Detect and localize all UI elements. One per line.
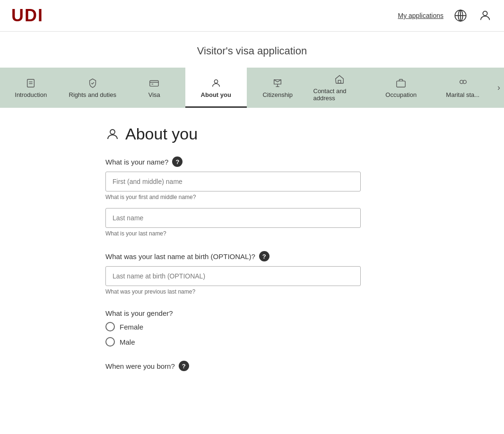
help-icon-born[interactable]: ? bbox=[179, 361, 189, 371]
page-title-bar: Visitor's visa application bbox=[0, 32, 504, 68]
birth-last-name-hint: What was your previous last name? bbox=[105, 288, 399, 295]
header-actions: My applications bbox=[398, 8, 493, 23]
last-name-input[interactable] bbox=[105, 208, 361, 228]
question-birth-name: What was your last name at birth (OPTION… bbox=[105, 251, 399, 295]
radio-circle-female bbox=[105, 322, 115, 331]
radio-male[interactable]: Male bbox=[105, 337, 399, 347]
tab-visa[interactable]: Visa bbox=[123, 68, 185, 108]
question-name: What is your name? ? What is your first … bbox=[105, 156, 399, 237]
tab-citizenship[interactable]: Citizenship bbox=[247, 68, 309, 108]
person-section-icon bbox=[105, 127, 120, 141]
tab-occupation[interactable]: Occupation bbox=[370, 68, 432, 108]
tab-marital-status[interactable]: Marital sta... bbox=[432, 68, 494, 108]
svg-point-11 bbox=[214, 79, 217, 83]
radio-female[interactable]: Female bbox=[105, 322, 399, 331]
tab-about-you[interactable]: About you bbox=[185, 68, 247, 108]
svg-rect-8 bbox=[150, 80, 158, 86]
header: UDI My applications bbox=[0, 0, 504, 32]
nav-chevron[interactable]: › bbox=[494, 68, 504, 108]
first-name-group: What is your first and middle name? bbox=[105, 172, 399, 200]
svg-rect-14 bbox=[338, 80, 341, 83]
svg-rect-15 bbox=[397, 81, 405, 87]
tab-rights-duties[interactable]: Rights and duties bbox=[62, 68, 124, 108]
page-title: Visitor's visa application bbox=[0, 45, 504, 57]
svg-point-18 bbox=[110, 130, 115, 134]
section-heading: About you bbox=[105, 125, 399, 143]
last-name-hint: What is your last name? bbox=[105, 230, 399, 237]
question-gender-label: What is your gender? bbox=[105, 309, 399, 317]
tab-introduction[interactable]: Introduction bbox=[0, 68, 62, 108]
question-birth-name-label: What was your last name at birth (OPTION… bbox=[105, 251, 399, 261]
svg-point-4 bbox=[483, 11, 487, 16]
main-content: About you What is your name? ? What is y… bbox=[68, 108, 436, 404]
question-born-label: When were you born? ? bbox=[105, 361, 399, 371]
svg-rect-5 bbox=[27, 79, 35, 87]
question-gender: What is your gender? Female Male bbox=[105, 309, 399, 347]
udi-logo: UDI bbox=[11, 6, 43, 26]
first-name-input[interactable] bbox=[105, 172, 361, 191]
nav-tabs: Introduction Rights and duties Visa Abou… bbox=[0, 68, 504, 108]
radio-circle-male bbox=[105, 337, 115, 347]
tab-contact-address[interactable]: Contact and address bbox=[309, 68, 371, 108]
question-name-label: What is your name? ? bbox=[105, 156, 399, 167]
my-applications-link[interactable]: My applications bbox=[398, 12, 444, 19]
section-title: About you bbox=[125, 125, 198, 143]
first-name-hint: What is your first and middle name? bbox=[105, 194, 399, 200]
birth-last-name-group: What was your previous last name? bbox=[105, 266, 399, 295]
help-icon-name[interactable]: ? bbox=[172, 156, 182, 167]
gender-radio-group: Female Male bbox=[105, 322, 399, 347]
globe-icon[interactable] bbox=[453, 8, 468, 23]
question-born: When were you born? ? bbox=[105, 361, 399, 371]
birth-last-name-input[interactable] bbox=[105, 266, 361, 286]
help-icon-birth-name[interactable]: ? bbox=[259, 251, 269, 261]
user-account-icon[interactable] bbox=[478, 8, 493, 23]
last-name-group: What is your last name? bbox=[105, 208, 399, 237]
